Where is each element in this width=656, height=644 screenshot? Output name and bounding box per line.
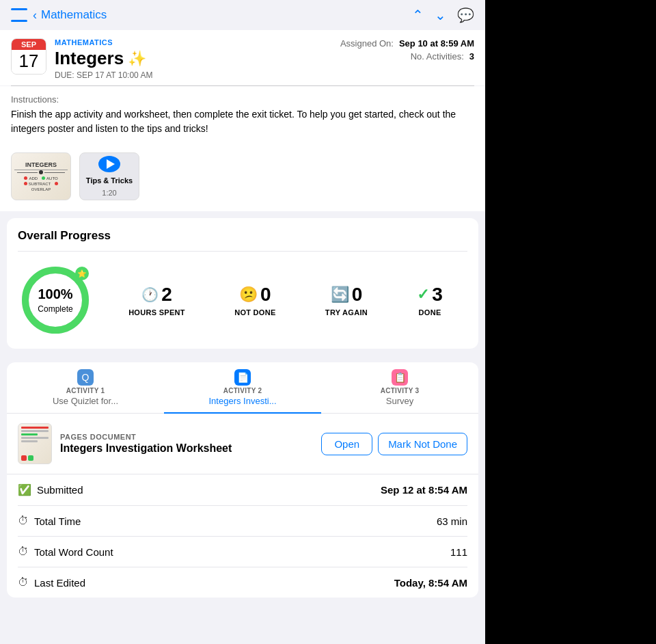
quizlet-icon: Q [77, 369, 94, 386]
tab1-icon: Q [12, 369, 159, 387]
clock-icon: 🕐 [141, 286, 159, 303]
back-label: Mathematics [41, 8, 107, 22]
assignment-name: Integers ✨ [55, 48, 332, 69]
due-date: DUE: SEP 17 AT 10:00 AM [55, 70, 332, 80]
back-button[interactable]: ‹ Mathematics [33, 8, 107, 23]
main-panel: ‹ Mathematics ⌃ ⌄ 💬 SEP 17 MATHEMATICS I… [0, 0, 485, 644]
video-attachment[interactable]: Tips & Tricks 1:20 [79, 152, 139, 200]
tab3-name: Survey [327, 396, 473, 406]
total-time-label: Total Time [34, 515, 81, 527]
assignment-title-text: Integers [55, 48, 124, 69]
tab2-icon: 📄 [169, 369, 316, 387]
video-duration: 1:20 [102, 189, 116, 197]
doc-line-2 [21, 430, 49, 432]
submitted-value: Sep 12 at 8:54 AM [381, 484, 467, 496]
done-icon: ✓ [417, 286, 429, 304]
star-badge: ⭐ [75, 267, 89, 280]
stat-done-number: 3 [432, 284, 443, 306]
instructions-block: Instructions: Finish the app activity an… [0, 86, 485, 144]
doc-line-5 [21, 440, 38, 442]
stat-notdone-number: 0 [260, 284, 271, 306]
right-panel [485, 0, 656, 644]
chevron-down-icon[interactable]: ⌄ [435, 7, 446, 23]
mark-not-done-button[interactable]: Mark Not Done [378, 433, 467, 455]
activity-tab-2[interactable]: 📄 ACTIVITY 2 Integers Investi... [164, 362, 321, 413]
stat-notdone-desc: NOT DONE [234, 308, 275, 317]
progress-section: Overall Progress ⭐ 100% Complete 🕐 [7, 218, 478, 349]
stat-done-desc: DONE [419, 308, 441, 317]
poster-attachment[interactable]: INTEGERS ADD AUTO SUBTRACT OVERLAP [11, 152, 71, 200]
calendar-month: SEP [12, 39, 46, 50]
header: ‹ Mathematics ⌃ ⌄ 💬 [0, 0, 485, 30]
comment-icon[interactable]: 💬 [457, 7, 474, 23]
doc-thumbnail [18, 423, 52, 464]
sidebar-toggle-button[interactable] [11, 8, 27, 22]
tab3-number: ACTIVITY 3 [327, 387, 473, 394]
progress-title: Overall Progress [18, 229, 467, 243]
tab2-number: ACTIVITY 2 [169, 387, 316, 394]
stat-hours-desc: HOURS SPENT [128, 308, 185, 317]
submitted-row: ✅ Submitted Sep 12 at 8:54 AM [18, 474, 467, 506]
tab1-number: ACTIVITY 1 [12, 387, 159, 394]
word-count-left: ⏱ Total Word Count [18, 546, 113, 558]
play-triangle-icon [107, 159, 115, 169]
stats-grid: 🕐 2 HOURS SPENT 😕 0 NOT DONE 🔄 0 [104, 284, 467, 317]
submission-rows: ✅ Submitted Sep 12 at 8:54 AM ⏱ Total Ti… [7, 474, 478, 598]
word-count-label: Total Word Count [34, 546, 113, 558]
stat-tryagain-desc: TRY AGAIN [325, 308, 368, 317]
activity-tab-1[interactable]: Q ACTIVITY 1 Use Quizlet for... [7, 362, 164, 413]
stat-try-again: 🔄 0 TRY AGAIN [325, 284, 368, 317]
last-edited-label: Last Edited [34, 577, 85, 589]
doc-line-3 [21, 433, 38, 435]
stat-hours-spent: 🕐 2 HOURS SPENT [128, 284, 185, 317]
assignment-title-block: MATHEMATICS Integers ✨ DUE: SEP 17 AT 10… [55, 38, 332, 80]
donut-label: Complete [38, 304, 72, 314]
progress-divider [18, 251, 467, 252]
doc-line-1 [21, 427, 49, 429]
submitted-label: Submitted [37, 484, 83, 496]
doc-name: Integers Investigation Worksheet [60, 442, 313, 455]
activities-value: 3 [469, 51, 474, 62]
activities-row: No. Activities: 3 [340, 51, 474, 62]
activity-tab-3[interactable]: 📋 ACTIVITY 3 Survey [321, 362, 478, 413]
try-again-icon: 🔄 [331, 286, 349, 304]
activities-label: No. Activities: [411, 51, 464, 62]
assignment-meta: Assigned On: Sep 10 at 8:59 AM No. Activ… [340, 38, 474, 64]
tab2-name: Integers Investi... [169, 396, 316, 406]
activity-buttons: Open Mark Not Done [321, 433, 467, 455]
assigned-on-label: Assigned On: [340, 38, 394, 49]
progress-content: ⭐ 100% Complete 🕐 2 HOURS SPENT 😕 [18, 263, 467, 338]
donut-chart: ⭐ 100% Complete [18, 263, 93, 338]
stat-notdone-icon-num: 😕 0 [239, 284, 271, 306]
stat-not-done: 😕 0 NOT DONE [234, 284, 275, 317]
open-button[interactable]: Open [321, 433, 372, 455]
stat-hours-number: 2 [161, 284, 172, 306]
tab3-icon: 📋 [327, 369, 473, 387]
poster-content: INTEGERS ADD AUTO SUBTRACT OVERLAP [14, 161, 68, 191]
chevron-up-icon[interactable]: ⌃ [412, 7, 424, 23]
survey-icon: 📋 [392, 369, 408, 386]
activity-detail: PAGES DOCUMENT Integers Investigation Wo… [7, 414, 478, 474]
instructions-label: Instructions: [11, 94, 474, 105]
total-time-value: 63 min [437, 515, 467, 527]
last-edited-icon: ⏱ [18, 576, 29, 589]
assigned-on-row: Assigned On: Sep 10 at 8:59 AM [340, 38, 474, 49]
sparkle-icon: ✨ [128, 50, 146, 68]
donut-percent: 100% [38, 286, 72, 302]
stat-tryagain-number: 0 [352, 284, 363, 306]
activity-doc-info: PAGES DOCUMENT Integers Investigation Wo… [60, 433, 313, 455]
total-time-icon: ⏱ [18, 515, 29, 527]
not-done-icon: 😕 [239, 286, 258, 304]
stat-hours-icon-num: 🕐 2 [141, 284, 172, 306]
stat-done: ✓ 3 DONE [417, 284, 443, 317]
total-time-left: ⏱ Total Time [18, 515, 81, 527]
assignment-info: SEP 17 MATHEMATICS Integers ✨ DUE: SEP 1… [0, 30, 485, 85]
last-edited-left: ⏱ Last Edited [18, 576, 85, 589]
header-left: ‹ Mathematics [11, 8, 107, 23]
submitted-left: ✅ Submitted [18, 483, 83, 496]
submitted-icon: ✅ [18, 483, 31, 496]
poster-title: INTEGERS [14, 161, 68, 170]
donut-center: 100% Complete [38, 286, 72, 314]
pages-icon: 📄 [234, 369, 251, 386]
doc-line-4 [21, 437, 49, 439]
